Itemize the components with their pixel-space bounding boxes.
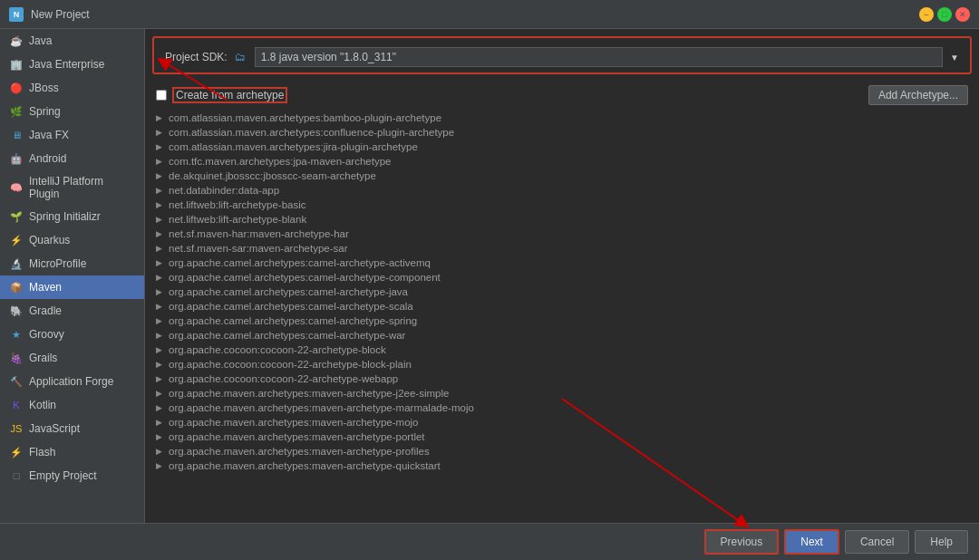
archetype-item-label: net.sf.maven-sar:maven-archetype-sar <box>169 243 348 254</box>
sidebar-item-intellij-platform[interactable]: 🧠IntelliJ Platform Plugin <box>0 170 144 205</box>
sidebar-item-javafx[interactable]: 🖥Java FX <box>0 123 144 147</box>
sidebar-item-application-forge[interactable]: 🔨Application Forge <box>0 370 144 393</box>
java-icon: ☕ <box>9 34 24 48</box>
archetype-item-label: org.apache.maven.archetypes:maven-archet… <box>169 446 430 457</box>
expand-arrow-icon: ▶ <box>156 157 165 166</box>
sidebar-item-label: Maven <box>29 281 62 294</box>
expand-arrow-icon: ▶ <box>156 316 165 325</box>
archetype-item[interactable]: ▶org.apache.camel.archetypes:camel-arche… <box>145 285 979 299</box>
sidebar-item-groovy[interactable]: ★Groovy <box>0 323 144 346</box>
sidebar-item-empty-project[interactable]: □Empty Project <box>0 464 144 488</box>
archetype-item[interactable]: ▶com.atlassian.maven.archetypes:bamboo-p… <box>145 111 979 125</box>
expand-arrow-icon: ▶ <box>156 273 165 282</box>
archetype-item-label: com.atlassian.maven.archetypes:bamboo-pl… <box>169 112 441 123</box>
expand-arrow-icon: ▶ <box>156 142 165 151</box>
archetype-item[interactable]: ▶org.apache.camel.archetypes:camel-arche… <box>145 270 979 285</box>
archetype-item-label: org.apache.camel.archetypes:camel-archet… <box>169 301 413 312</box>
window-controls: – □ ✕ <box>919 7 970 22</box>
sidebar-item-microprofile[interactable]: 🔬MicroProfile <box>0 252 144 275</box>
grails-icon: 🍇 <box>9 351 24 365</box>
archetype-checkbox[interactable] <box>156 90 167 101</box>
archetype-item[interactable]: ▶com.tfc.maven.archetypes:jpa-maven-arch… <box>145 154 979 169</box>
archetype-item[interactable]: ▶org.apache.cocoon:cocoon-22-archetype-b… <box>145 357 979 372</box>
expand-arrow-icon: ▶ <box>156 389 165 398</box>
sidebar-item-grails[interactable]: 🍇Grails <box>0 346 144 370</box>
add-archetype-button[interactable]: Add Archetype... <box>868 85 968 105</box>
sidebar-item-label: Java FX <box>29 129 69 141</box>
archetype-item[interactable]: ▶net.sf.maven-sar:maven-archetype-sar <box>145 241 979 256</box>
archetype-item[interactable]: ▶org.apache.maven.archetypes:maven-arche… <box>145 430 979 444</box>
archetype-item[interactable]: ▶org.apache.maven.archetypes:maven-arche… <box>145 444 979 459</box>
java-enterprise-icon: 🏢 <box>9 57 24 72</box>
sidebar-item-java-enterprise[interactable]: 🏢Java Enterprise <box>0 53 144 76</box>
archetype-item[interactable]: ▶org.apache.cocoon:cocoon-22-archetype-w… <box>145 372 979 386</box>
sidebar-item-gradle[interactable]: 🐘Gradle <box>0 299 144 323</box>
archetype-item-label: org.apache.maven.archetypes:maven-archet… <box>169 460 441 471</box>
maven-icon: 📦 <box>9 280 24 294</box>
sidebar-item-label: Groovy <box>29 328 64 341</box>
sidebar-item-flash[interactable]: ⚡Flash <box>0 440 144 464</box>
sidebar-item-label: JBoss <box>29 82 59 94</box>
archetype-item[interactable]: ▶org.apache.camel.archetypes:camel-arche… <box>145 256 979 270</box>
sidebar-item-label: MicroProfile <box>29 257 86 270</box>
sidebar-item-kotlin[interactable]: KKotlin <box>0 393 144 417</box>
archetype-item[interactable]: ▶net.sf.maven-har:maven-archetype-har <box>145 227 979 241</box>
expand-arrow-icon: ▶ <box>156 461 165 470</box>
main-panel: Project SDK: 🗂 1.8 java version "1.8.0_3… <box>145 29 979 523</box>
appforge-icon: 🔨 <box>9 374 24 389</box>
archetype-item[interactable]: ▶org.apache.maven.archetypes:maven-arche… <box>145 386 979 401</box>
sidebar-item-javascript[interactable]: JSJavaScript <box>0 417 144 440</box>
empty-icon: □ <box>9 468 24 483</box>
archetype-item[interactable]: ▶org.apache.maven.archetypes:maven-arche… <box>145 459 979 473</box>
window-title: New Project <box>31 8 90 21</box>
next-button[interactable]: Next <box>784 529 839 555</box>
archetype-item[interactable]: ▶com.atlassian.maven.archetypes:jira-plu… <box>145 140 979 154</box>
close-button[interactable]: ✕ <box>955 7 970 22</box>
expand-arrow-icon: ▶ <box>156 432 165 441</box>
help-button[interactable]: Help <box>915 530 968 554</box>
expand-arrow-icon: ▶ <box>156 215 165 224</box>
maximize-button[interactable]: □ <box>937 7 952 22</box>
archetype-item[interactable]: ▶org.apache.cocoon:cocoon-22-archetype-b… <box>145 343 979 357</box>
cancel-button[interactable]: Cancel <box>845 530 909 554</box>
jboss-icon: 🔴 <box>9 81 24 95</box>
spring-icon: 🌿 <box>9 104 24 119</box>
archetype-item[interactable]: ▶net.databinder:data-app <box>145 183 979 198</box>
sidebar-item-spring[interactable]: 🌿Spring <box>0 100 144 123</box>
sidebar-item-label: Java <box>29 34 52 47</box>
archetype-item-label: org.apache.maven.archetypes:maven-archet… <box>169 431 425 442</box>
archetype-item[interactable]: ▶de.akquinet.jbosscc:jbosscc-seam-archet… <box>145 169 979 183</box>
archetype-item-label: org.apache.camel.archetypes:camel-archet… <box>169 272 441 283</box>
sidebar-item-label: Gradle <box>29 304 62 317</box>
archetype-list[interactable]: ▶com.atlassian.maven.archetypes:bamboo-p… <box>145 109 979 523</box>
sidebar-item-quarkus[interactable]: ⚡Quarkus <box>0 228 144 252</box>
sidebar-item-android[interactable]: 🤖Android <box>0 147 144 170</box>
archetype-item-label: com.tfc.maven.archetypes:jpa-maven-arche… <box>169 156 391 167</box>
title-bar: N New Project – □ ✕ <box>0 0 979 29</box>
archetype-item[interactable]: ▶org.apache.camel.archetypes:camel-arche… <box>145 328 979 343</box>
expand-arrow-icon: ▶ <box>156 186 165 195</box>
sdk-icon: 🗂 <box>235 51 246 63</box>
archetype-item-label: net.liftweb:lift-archetype-basic <box>169 199 305 210</box>
previous-button[interactable]: Previous <box>704 529 780 555</box>
archetype-item[interactable]: ▶org.apache.maven.archetypes:maven-arche… <box>145 401 979 415</box>
flash-icon: ⚡ <box>9 445 24 459</box>
spring-init-icon: 🌱 <box>9 209 24 224</box>
sdk-select[interactable]: 1.8 java version "1.8.0_311" <box>255 47 943 67</box>
android-icon: 🤖 <box>9 151 24 166</box>
sidebar-item-jboss[interactable]: 🔴JBoss <box>0 76 144 100</box>
archetype-item[interactable]: ▶org.apache.camel.archetypes:camel-arche… <box>145 314 979 328</box>
sidebar-item-maven[interactable]: 📦Maven <box>0 275 144 299</box>
archetype-item[interactable]: ▶net.liftweb:lift-archetype-basic <box>145 198 979 212</box>
archetype-item[interactable]: ▶com.atlassian.maven.archetypes:confluen… <box>145 125 979 140</box>
archetype-item-label: com.atlassian.maven.archetypes:confluenc… <box>169 127 454 138</box>
minimize-button[interactable]: – <box>919 7 934 22</box>
archetype-item-label: org.apache.camel.archetypes:camel-archet… <box>169 257 431 268</box>
archetype-item-label: net.liftweb:lift-archetype-blank <box>169 214 306 225</box>
archetype-item[interactable]: ▶org.apache.maven.archetypes:maven-arche… <box>145 415 979 430</box>
archetype-item[interactable]: ▶org.apache.camel.archetypes:camel-arche… <box>145 299 979 314</box>
sidebar-item-spring-initializr[interactable]: 🌱Spring Initializr <box>0 205 144 228</box>
sidebar-item-label: Empty Project <box>29 469 97 482</box>
sidebar-item-java[interactable]: ☕Java <box>0 29 144 53</box>
archetype-item[interactable]: ▶net.liftweb:lift-archetype-blank <box>145 212 979 227</box>
